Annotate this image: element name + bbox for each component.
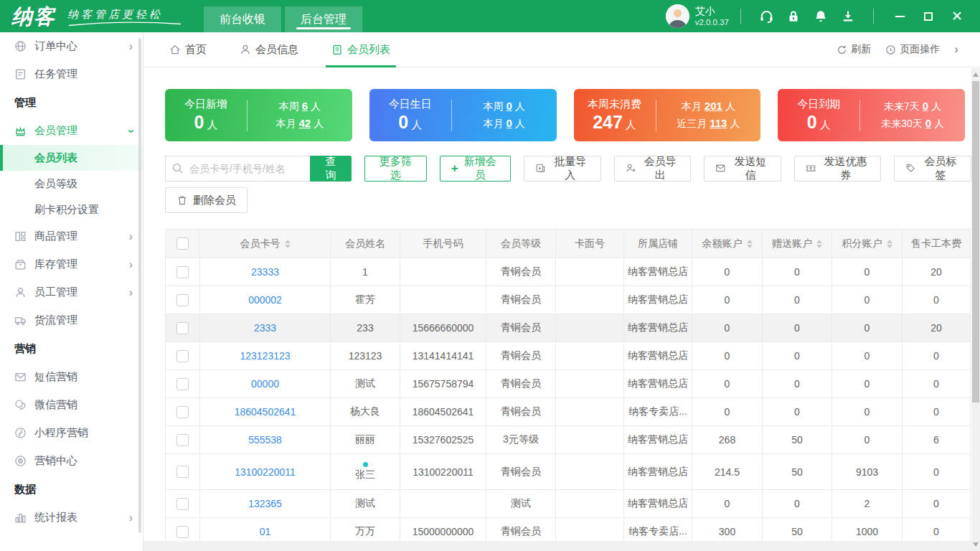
scroll-up-arrow-icon[interactable] (973, 72, 979, 77)
sidebar-item-inventory-management[interactable]: 库存管理› (0, 250, 143, 278)
column-header[interactable]: 会员卡号 (200, 230, 331, 258)
horizontal-scrollbar[interactable] (143, 541, 971, 551)
row-checkbox[interactable] (176, 406, 189, 418)
lock-icon[interactable] (780, 4, 807, 29)
sidebar-item-card-points-setting[interactable]: 刷卡积分设置 (0, 197, 143, 222)
person-export-icon (626, 163, 636, 174)
sidebar-item-member-level[interactable]: 会员等级 (0, 171, 143, 197)
member-card-link[interactable]: 01 (260, 526, 271, 537)
sidebar-item-goods-management[interactable]: 商品管理› (0, 222, 143, 250)
sidebar-item-logistics-management[interactable]: 货流管理 (0, 306, 143, 334)
cell-points: 0 (832, 398, 903, 426)
vertical-scrollbar[interactable] (971, 68, 980, 551)
sidebar-item-order-center[interactable]: 订单中心› (0, 32, 143, 60)
tab-member-info[interactable]: 会员信息 (240, 32, 298, 67)
stat-card-birthday-today[interactable]: 今日生日 0人 本周0人 本月0人 (369, 89, 557, 141)
member-card-link[interactable]: 000002 (248, 294, 282, 306)
add-member-button[interactable]: + 新增会员 (440, 156, 511, 182)
sidebar-section-data-section: 数据 (0, 475, 143, 504)
tab-home[interactable]: 首页 (169, 32, 207, 67)
toolbar: 查询 更多筛选 + 新增会员 批量导入 会员导出 发送短信 发送优惠券 (165, 156, 971, 182)
person-icon (240, 44, 251, 55)
avatar[interactable] (666, 4, 689, 28)
member-export-button[interactable]: 会员导出 (614, 156, 692, 182)
card-unit: 人 (820, 118, 831, 131)
query-button[interactable]: 查询 (310, 156, 352, 182)
sidebar-item-member-management[interactable]: 会员管理› (0, 117, 143, 145)
member-card-link[interactable]: 2333 (254, 322, 276, 334)
row-checkbox-cell (166, 398, 200, 426)
sidebar-item-marketing-center[interactable]: 营销中心 (0, 447, 143, 475)
sidebar-item-task-management[interactable]: 任务管理 (0, 60, 143, 88)
notification-bell-icon[interactable] (807, 4, 834, 29)
cell-level: 3元等级 (486, 426, 556, 454)
row-checkbox[interactable] (176, 378, 189, 390)
more-filter-button[interactable]: 更多筛选 (364, 156, 427, 182)
sidebar-item-wechat-marketing[interactable]: 微信营销 (0, 391, 143, 419)
cell-points: 0 (832, 370, 903, 398)
search-input[interactable] (165, 156, 310, 182)
scroll-down-arrow-icon[interactable] (973, 542, 979, 547)
sidebar-item-member-list[interactable]: 会员列表 (0, 145, 143, 171)
sort-icon[interactable] (285, 240, 291, 248)
row-checkbox[interactable] (176, 526, 189, 538)
tab-member-list[interactable]: 会员列表 (331, 32, 390, 67)
column-header: 会员等级 (486, 230, 556, 258)
support-headset-icon[interactable] (753, 4, 780, 29)
table-row: 132365测试测试纳客营销总店0020 (166, 490, 971, 518)
close-button[interactable]: ✕ (943, 4, 971, 29)
chevron-down-icon: › (125, 129, 136, 133)
card-value: 247 (593, 112, 623, 132)
sidebar-scrollbar[interactable] (138, 38, 141, 533)
card-divider (859, 100, 860, 131)
list-icon (331, 44, 343, 55)
batch-import-button[interactable]: 批量导入 (524, 156, 601, 182)
column-header[interactable]: 余额账户 (692, 230, 763, 258)
sidebar-item-sms-marketing[interactable]: 短信营销 (0, 363, 143, 391)
row-checkbox[interactable] (176, 466, 189, 478)
page-operations-button[interactable]: 页面操作 (885, 43, 940, 56)
scrollbar-thumb[interactable] (972, 81, 979, 402)
sort-icon[interactable] (816, 240, 822, 248)
row-checkbox[interactable] (176, 322, 189, 334)
sidebar-item-miniapp-marketing[interactable]: 小程序营销 (0, 419, 143, 447)
maximize-button[interactable] (914, 4, 943, 29)
card-stat: 近三月113人 (677, 117, 740, 131)
member-card-link[interactable]: 18604502641 (235, 406, 296, 418)
row-checkbox[interactable] (176, 294, 189, 306)
column-header[interactable]: 赠送账户 (763, 230, 832, 258)
select-all-checkbox[interactable] (176, 237, 189, 250)
row-checkbox-cell (166, 426, 200, 454)
member-card-link[interactable]: 23333 (251, 266, 279, 278)
send-sms-button[interactable]: 发送短信 (704, 156, 781, 182)
stat-card-expire-today[interactable]: 今日到期 0人 未来7天0人 未来30天0人 (778, 89, 965, 141)
stat-card-no-spend-week[interactable]: 本周未消费 247人 本月201人 近三月113人 (574, 89, 761, 141)
minimize-button[interactable] (885, 4, 914, 29)
column-header[interactable]: 积分账户 (832, 230, 903, 258)
tab-backoffice[interactable]: 后台管理 (285, 6, 362, 32)
member-card-link[interactable]: 13100220011 (235, 466, 296, 478)
sidebar-item-statistics-report[interactable]: 统计报表› (0, 504, 143, 532)
row-checkbox[interactable] (176, 350, 189, 362)
delete-member-button[interactable]: 删除会员 (165, 187, 248, 213)
sidebar-item-label: 短信营销 (34, 370, 77, 384)
tab-front-cashier[interactable]: 前台收银 (204, 6, 281, 32)
download-icon[interactable] (834, 4, 862, 29)
sort-icon[interactable] (747, 240, 753, 248)
trash-icon (176, 194, 188, 206)
member-tag-button[interactable]: 会员标签 (894, 156, 971, 182)
cell-balance: 268 (692, 426, 763, 454)
row-checkbox[interactable] (176, 266, 189, 278)
stat-card-new-today[interactable]: 今日新增 0人 本周6人 本月42人 (165, 89, 352, 141)
member-card-link[interactable]: 132365 (248, 498, 282, 509)
sort-icon[interactable] (887, 240, 892, 248)
sidebar-item-staff-management[interactable]: 员工管理› (0, 278, 143, 306)
send-coupon-button[interactable]: 发送优惠券 (794, 156, 881, 182)
member-card-link[interactable]: 00000 (251, 378, 279, 390)
member-card-link[interactable]: 555538 (248, 434, 282, 446)
chevron-right-icon[interactable]: › (954, 42, 958, 57)
refresh-button[interactable]: 刷新 (837, 43, 871, 56)
row-checkbox[interactable] (176, 498, 189, 510)
row-checkbox[interactable] (176, 434, 189, 446)
member-card-link[interactable]: 123123123 (240, 350, 290, 362)
